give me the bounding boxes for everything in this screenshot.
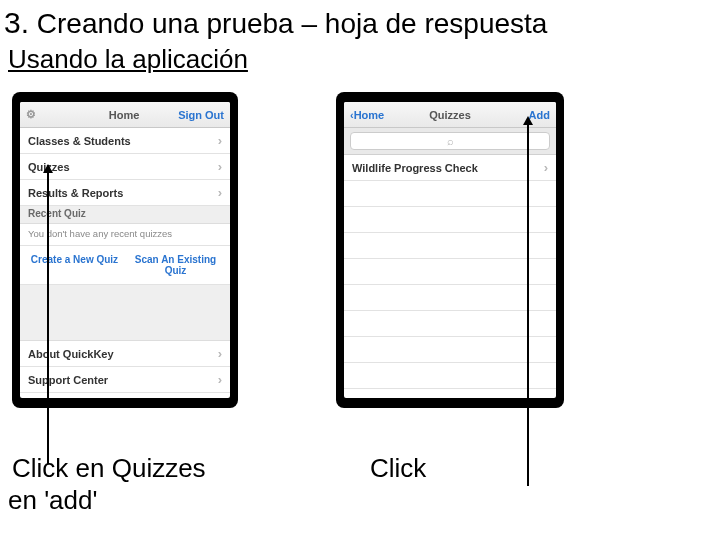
screen-quizzes: ‹Home Quizzes Add ⌕ Wildlife Progress Ch… — [344, 102, 556, 398]
list-item — [344, 207, 556, 233]
scan-quiz-button[interactable]: Scan An Existing Quiz — [127, 254, 224, 276]
create-quiz-button[interactable]: Create a New Quiz — [26, 254, 123, 276]
search-icon: ⌕ — [447, 135, 454, 147]
list-item — [344, 363, 556, 389]
back-home-button[interactable]: ‹Home — [350, 109, 394, 121]
chevron-right-icon: › — [218, 185, 222, 200]
caption-left: Click en Quizzes — [12, 454, 252, 484]
row-label: Classes & Students — [28, 135, 131, 147]
gear-icon[interactable]: ⚙ — [26, 108, 70, 121]
row-results-reports[interactable]: Results & Reports › — [20, 180, 230, 206]
row-label: Results & Reports — [28, 187, 123, 199]
slide-title: 3. Creando una prueba – hoja de respuest… — [4, 6, 547, 40]
recent-quiz-empty: You don't have any recent quizzes — [20, 224, 230, 246]
chevron-right-icon: › — [218, 159, 222, 174]
recent-quiz-header: Recent Quiz — [20, 206, 230, 224]
title-number: 3. — [4, 6, 29, 39]
phone-mockup-home: ⚙ Home Sign Out Classes & Students › Qui… — [12, 92, 238, 408]
caption-right-click: Click — [370, 454, 426, 484]
chevron-right-icon: › — [544, 160, 548, 175]
row-label: Support Center — [28, 374, 108, 386]
navbar-home: ⚙ Home Sign Out — [20, 102, 230, 128]
phone-mockup-quizzes: ‹Home Quizzes Add ⌕ Wildlife Progress Ch… — [336, 92, 564, 408]
slide-subtitle: Usando la aplicación — [8, 44, 248, 75]
list-item — [344, 181, 556, 207]
row-label: About QuickKey — [28, 348, 114, 360]
chevron-right-icon: › — [218, 133, 222, 148]
row-classes-students[interactable]: Classes & Students › — [20, 128, 230, 154]
row-quiz-item[interactable]: Wildlife Progress Check › — [344, 155, 556, 181]
row-support[interactable]: Support Center › — [20, 367, 230, 393]
chevron-right-icon: › — [218, 372, 222, 387]
search-bar: ⌕ — [344, 128, 556, 155]
list-item — [344, 337, 556, 363]
arrow-annotation-right — [527, 124, 529, 486]
signout-button[interactable]: Sign Out — [178, 109, 224, 121]
row-about[interactable]: About QuickKey › — [20, 341, 230, 367]
quick-actions: Create a New Quiz Scan An Existing Quiz — [20, 246, 230, 285]
screen-home: ⚙ Home Sign Out Classes & Students › Qui… — [20, 102, 230, 398]
list-item — [344, 285, 556, 311]
spacer — [20, 285, 230, 341]
chevron-right-icon: › — [218, 346, 222, 361]
search-input[interactable]: ⌕ — [350, 132, 550, 150]
nav-title-quizzes: Quizzes — [394, 109, 506, 121]
caption-right-add: en 'add' — [8, 486, 97, 516]
title-text: Creando una prueba – hoja de respuesta — [37, 8, 548, 39]
arrow-annotation-left — [47, 172, 49, 464]
list-item — [344, 233, 556, 259]
nav-title-home: Home — [70, 109, 178, 121]
quiz-name: Wildlife Progress Check — [352, 162, 478, 174]
list-item — [344, 259, 556, 285]
list-item — [344, 311, 556, 337]
back-label: Home — [354, 109, 385, 121]
